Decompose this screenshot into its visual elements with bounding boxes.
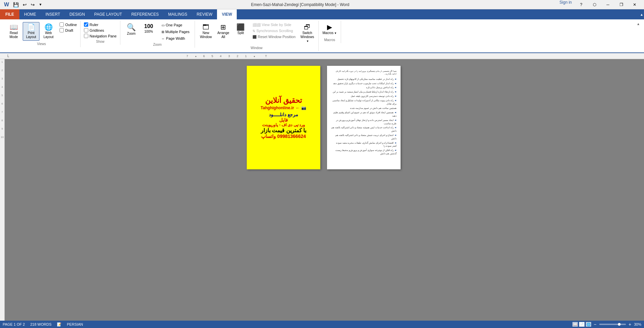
web-layout-label: WebLayout [43, 31, 53, 39]
close-button[interactable]: ✕ [628, 0, 641, 9]
web-layout-button[interactable]: 🌐 WebLayout [40, 22, 57, 41]
arrange-all-label: ArrangeAll [217, 31, 229, 39]
tab-mailings[interactable]: MAILINGS [164, 9, 192, 19]
new-window-label: NewWindow [200, 31, 212, 39]
flyer-url: Tahghighonline.ir ← 📷 [261, 105, 307, 111]
help-button[interactable]: ? [574, 0, 588, 9]
flyer-subtitle: مرجع دانلـــــود [269, 112, 298, 117]
page2-bullet-2: ◄ راه انداز امکانات تحت چارچوب خدمات دیگ… [331, 82, 397, 85]
read-mode-icon: 📖 [10, 24, 18, 30]
save-icon[interactable]: 💾 [12, 1, 20, 8]
switch-windows-button[interactable]: 🗗 SwitchWindows▼ [299, 22, 316, 45]
flyer-file-types: ورد-پی دی اف - پاورپوینت [262, 123, 305, 127]
redo-icon[interactable]: ↪ [29, 1, 36, 8]
page2-bullet-1: ◄ راه انداز در عقلیت مناسبه منتاریکی از … [331, 77, 397, 81]
word-count: 218 WORDS [30, 322, 51, 326]
window-title: Emen-Sazi-Mahal-Zendegi [Compatibility M… [43, 2, 557, 7]
views-group-label: Views [37, 42, 46, 46]
tab-file[interactable]: FILE [0, 9, 19, 19]
flyer-file-label: فایل [279, 117, 288, 123]
page-width-button[interactable]: ↔ Page Width [159, 35, 192, 41]
print-view-icon[interactable]: 📄 [579, 322, 584, 327]
ruler-bar: L 7 ⬥ 6 5 4 3 2 1 ⬥ T [0, 53, 644, 59]
view-side-by-side-button[interactable]: ⬜⬜ View Side by Side [251, 22, 297, 27]
page2-bullet-10: ◄ انتجاح و اجرای تربیت جنبش متضاد و ذاتی… [331, 134, 397, 140]
zoom-100-label: 100% [144, 30, 153, 34]
restore-button[interactable]: ❐ [615, 0, 628, 9]
ribbon: FILE HOME INSERT DESIGN PAGE LAYOUT REFE… [0, 9, 644, 53]
tab-page-layout[interactable]: PAGE LAYOUT [90, 9, 127, 19]
zoom-label: Zoom [127, 32, 136, 36]
tabs-bar: FILE HOME INSERT DESIGN PAGE LAYOUT REFE… [0, 9, 644, 19]
tab-design[interactable]: DESIGN [65, 9, 90, 19]
tab-insert[interactable]: INSERT [41, 9, 65, 19]
one-page-button[interactable]: ▭ One Page [159, 22, 192, 28]
new-window-button[interactable]: 🗔 NewWindow [198, 22, 214, 41]
minimize-button[interactable]: ─ [601, 0, 615, 9]
quick-access-toolbar[interactable]: W 💾 ↩ ↪ ▼ [3, 1, 43, 8]
navigation-pane-checkbox[interactable]: Navigation Pane [83, 33, 117, 38]
zoom-slider[interactable] [599, 324, 626, 325]
page2-freetext: همچنین ساخت هم دانش در عموم مدارسه شده [331, 107, 397, 110]
zoom-100-button[interactable]: 100 100% [140, 22, 157, 35]
split-button[interactable]: ⬛ Split [232, 22, 249, 37]
zoom-in-btn[interactable]: + [629, 322, 631, 327]
customize-icon[interactable]: ▼ [37, 2, 43, 7]
print-layout-icon: 📄 [27, 24, 35, 30]
arrange-all-button[interactable]: ⊞ ArrangeAll [215, 22, 232, 41]
multiple-pages-button[interactable]: ⊞ Multiple Pages [159, 29, 192, 35]
page-view-btns: ▭ One Page ⊞ Multiple Pages ↔ Page Width [159, 22, 192, 41]
web-view-icon[interactable]: 🌐 [586, 322, 591, 327]
print-layout-label: PrintLayout [26, 31, 36, 39]
language: PERSIAN [67, 322, 83, 326]
zoom-level: 30% [634, 322, 641, 326]
zoom-out-btn[interactable]: − [594, 322, 597, 327]
print-layout-button[interactable]: 📄 PrintLayout [23, 22, 39, 41]
window-controls[interactable]: Sign in ? ⬡ ─ ❐ ✕ [557, 0, 641, 9]
split-icon: ⬛ [236, 24, 245, 30]
gridlines-checkbox[interactable]: Gridlines [83, 28, 117, 33]
page-width-icon: ↔ [162, 37, 165, 40]
show-checkboxes: Ruler Gridlines Navigation Pane [83, 22, 117, 38]
left-ruler: 1 2 3 4 5 6 7 8 9 10 [0, 59, 5, 325]
page2-bullet-11: ◄ اقتصاد/راه و اجرای نمایش گذاری، تبلیغا… [331, 141, 397, 148]
read-mode-button[interactable]: 📖 ReadMode [5, 22, 22, 41]
macros-button[interactable]: ▶ Macros▼ [321, 22, 338, 37]
ruler-content: 7 ⬥ 6 5 4 3 2 1 ⬥ T [187, 54, 267, 58]
ribbon-content: 📖 ReadMode 📄 PrintLayout 🌐 WebLayout Out… [0, 19, 644, 52]
ribbon-toggle-button[interactable]: ⬡ [588, 0, 601, 9]
synchronous-scrolling-button[interactable]: ⇅ Synchronous Scrolling [251, 28, 297, 33]
page2-bullet-9: ◄ راه انداخت خدمات ایمن همیشه متضاد و ذا… [331, 126, 397, 133]
page-1: تحقیق آنلاین Tahghighonline.ir ← 📷 مرجع … [247, 66, 320, 169]
ribbon-collapse-icon[interactable]: ▲ [640, 13, 643, 16]
tab-home[interactable]: HOME [19, 9, 41, 19]
reset-window-label: Reset Window Position [258, 35, 296, 39]
draft-checkbox[interactable]: Draft [59, 28, 78, 33]
undo-icon[interactable]: ↩ [21, 1, 28, 8]
sign-in[interactable]: Sign in [557, 0, 574, 9]
ribbon-collapse-arrow[interactable]: ▲ [635, 21, 641, 27]
proofing-icon[interactable]: 📝 [57, 322, 62, 327]
status-bar: PAGE 1 OF 2 218 WORDS 📝 PERSIAN 📖 📄 🌐 − … [0, 321, 644, 328]
document-scroll-area[interactable]: تحقیق آنلاین Tahghighonline.ir ← 📷 مرجع … [0, 59, 644, 325]
outline-checkbox[interactable]: Outline [59, 22, 78, 27]
tab-view[interactable]: VIEW [217, 9, 237, 19]
web-layout-icon: 🌐 [44, 24, 53, 30]
page2-bullet-3: ◄ راه انداختن پرسنل دانا و تازه [331, 86, 397, 89]
page2-intro: شما اگر تخصصی از مادن چشمگیری بپرورانید … [331, 70, 397, 75]
window-small-btns: ⬜⬜ View Side by Side ⇅ Synchronous Scrol… [251, 22, 297, 39]
title-bar: W 💾 ↩ ↪ ▼ Emen-Sazi-Mahal-Zendegi [Compa… [0, 0, 644, 9]
ribbon-group-views: 📖 ReadMode 📄 PrintLayout 🌐 WebLayout Out… [3, 21, 81, 47]
read-view-icon[interactable]: 📖 [572, 322, 578, 327]
zoom-100-icon: 100 [144, 24, 153, 29]
zoom-button[interactable]: 🔍 Zoom [123, 22, 140, 37]
reset-window-position-button[interactable]: ⬛ Reset Window Position [251, 34, 297, 39]
word-icon: W [3, 1, 10, 8]
zoom-icon: 🔍 [127, 24, 136, 31]
ruler-checkbox[interactable]: Ruler [83, 22, 117, 27]
tab-review[interactable]: REVIEW [192, 9, 217, 19]
page2-bullet-12: ◄ راه افکن از دوچرخه سواری آموزش و پرورش… [331, 149, 397, 155]
tab-references[interactable]: REFERENCES [127, 9, 164, 19]
show-group-label: Show [96, 40, 104, 43]
page2-bullet-7: ◄ همچنین ایجاد افراد موثق که هم در عموم … [331, 111, 397, 118]
